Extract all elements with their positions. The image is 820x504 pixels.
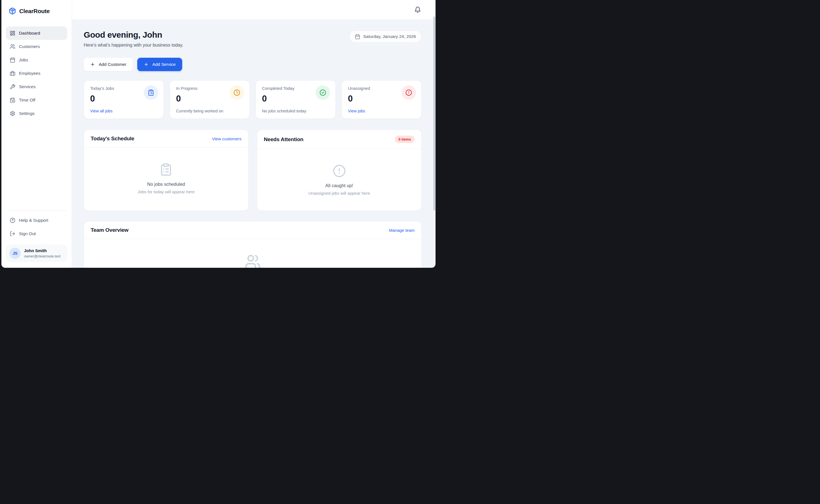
add-service-button[interactable]: Add Service (137, 58, 182, 71)
topbar (72, 0, 436, 19)
help-circle-icon (10, 218, 15, 223)
date-chip: Saturday, January 24, 2026 (349, 30, 422, 43)
calendar-clock-icon (10, 97, 15, 103)
add-service-label: Add Service (152, 62, 176, 67)
team-empty-state (84, 239, 421, 268)
calendar-icon (10, 57, 15, 63)
stat-card-unassigned: Unassigned 0 View jobs (342, 80, 422, 119)
stat-caption: No jobs scheduled today (262, 109, 329, 113)
panel-title: Needs Attention (264, 136, 304, 143)
package-logo-icon (9, 7, 16, 15)
sidebar-item-label: Services (19, 84, 35, 89)
vertical-scrollbar-thumb[interactable] (433, 16, 435, 211)
user-info: John Smith owner@clearroute.test (24, 248, 61, 258)
sidebar-item-dashboard[interactable]: Dashboard (6, 26, 67, 40)
panel-header: Team Overview Manage team (84, 221, 421, 239)
clipboard-list-icon (159, 163, 173, 176)
panel-header: Today's Schedule View customers (84, 130, 248, 148)
view-customers-link[interactable]: View customers (212, 136, 242, 141)
stat-icon-bubble (401, 85, 416, 100)
sidebar-item-help-support[interactable]: Help & Support (6, 214, 67, 227)
sidebar-item-label: Sign Out (19, 231, 36, 236)
sidebar-item-jobs[interactable]: Jobs (6, 53, 67, 67)
greeting-block: Good evening, John Here's what's happeni… (84, 30, 183, 48)
dashboard-content: Good evening, John Here's what's happeni… (72, 19, 436, 268)
sidebar-footer: Help & Support Sign Out JS John Smith ow… (6, 211, 67, 262)
user-card[interactable]: JS John Smith owner@clearroute.test (6, 244, 67, 262)
quick-actions: Add Customer Add Service (84, 58, 422, 71)
add-customer-button[interactable]: Add Customer (84, 58, 133, 71)
sidebar-item-employees[interactable]: Employees (6, 67, 67, 80)
sidebar-item-label: Settings (19, 111, 35, 116)
stat-icon-bubble (144, 85, 158, 100)
current-date: Saturday, January 24, 2026 (363, 34, 416, 39)
schedule-empty-state: No jobs scheduled Jobs for today will ap… (84, 148, 248, 209)
empty-state-title: All caught up! (325, 183, 353, 188)
todays-schedule-panel: Today's Schedule View customers No jobs … (84, 130, 249, 211)
stat-caption: Currently being worked on (176, 109, 243, 113)
sidebar-item-label: Employees (19, 71, 40, 76)
page-title: Good evening, John (84, 30, 183, 40)
stat-icon-bubble (316, 85, 330, 100)
sidebar-item-label: Time Off (19, 98, 35, 103)
users-icon (10, 44, 15, 49)
dashboard-icon (10, 30, 15, 36)
stat-card-completed-today: Completed Today 0 No jobs scheduled toda… (256, 80, 336, 119)
notifications-button[interactable] (414, 6, 422, 14)
view-all-jobs-link[interactable]: View all jobs (90, 109, 157, 113)
panel-header: Needs Attention 0 items (257, 130, 422, 149)
sidebar-item-label: Help & Support (19, 218, 48, 223)
panel-title: Today's Schedule (91, 136, 134, 142)
bell-icon (414, 6, 421, 13)
page-subtitle: Here's what's happening with your busine… (84, 43, 183, 48)
stat-card-todays-jobs: Today's Jobs 0 View all jobs (84, 80, 164, 119)
calendar-icon (355, 34, 360, 39)
clipboard-list-icon (148, 89, 154, 96)
needs-attention-panel: Needs Attention 0 items All caught up! U… (257, 130, 422, 211)
empty-state-subtitle: Unassigned jobs will appear here (308, 191, 370, 196)
empty-state-subtitle: Jobs for today will appear here (138, 189, 194, 194)
plus-icon (144, 62, 149, 67)
empty-state-title: No jobs scheduled (147, 182, 185, 187)
items-count-badge: 0 items (395, 136, 415, 143)
wrench-icon (10, 84, 15, 90)
check-circle-icon (319, 89, 326, 96)
user-email: owner@clearroute.test (24, 254, 61, 258)
users-icon (245, 254, 261, 268)
panel-title: Team Overview (91, 227, 128, 233)
sidebar-item-customers[interactable]: Customers (6, 40, 67, 53)
sidebar-item-services[interactable]: Services (6, 80, 67, 93)
log-out-icon (10, 231, 15, 237)
stat-icon-bubble (230, 85, 244, 100)
sidebar-nav: Dashboard Customers Jobs Employees Servi… (6, 26, 67, 120)
avatar: JS (9, 248, 21, 259)
sidebar-item-label: Dashboard (19, 31, 40, 36)
sidebar: ClearRoute Dashboard Customers Jobs Empl… (1, 0, 72, 268)
app-name: ClearRoute (19, 8, 50, 15)
stats-grid: Today's Jobs 0 View all jobs In Progress… (84, 80, 422, 119)
user-name: John Smith (24, 248, 61, 253)
attention-empty-state: All caught up! Unassigned jobs will appe… (257, 149, 422, 211)
view-jobs-link[interactable]: View jobs (348, 109, 415, 113)
manage-team-link[interactable]: Manage team (389, 228, 415, 233)
sidebar-item-label: Customers (19, 44, 40, 49)
sidebar-item-label: Jobs (19, 57, 28, 62)
app-logo: ClearRoute (6, 7, 67, 15)
main-area: Good evening, John Here's what's happeni… (72, 0, 436, 268)
greeting-row: Good evening, John Here's what's happeni… (84, 30, 422, 48)
sidebar-item-settings[interactable]: Settings (6, 107, 67, 120)
middle-panels: Today's Schedule View customers No jobs … (84, 130, 422, 211)
add-customer-label: Add Customer (99, 62, 126, 67)
clock-icon (234, 89, 240, 96)
alert-circle-icon (333, 164, 346, 178)
app-window: ClearRoute Dashboard Customers Jobs Empl… (1, 0, 436, 268)
gear-icon (10, 111, 15, 116)
stat-card-in-progress: In Progress 0 Currently being worked on (170, 80, 250, 119)
sidebar-item-sign-out[interactable]: Sign Out (6, 227, 67, 240)
briefcase-icon (10, 71, 15, 76)
team-overview-panel: Team Overview Manage team (84, 221, 422, 268)
alert-circle-icon (405, 89, 412, 96)
plus-icon (90, 62, 95, 67)
sidebar-item-time-off[interactable]: Time Off (6, 93, 67, 107)
